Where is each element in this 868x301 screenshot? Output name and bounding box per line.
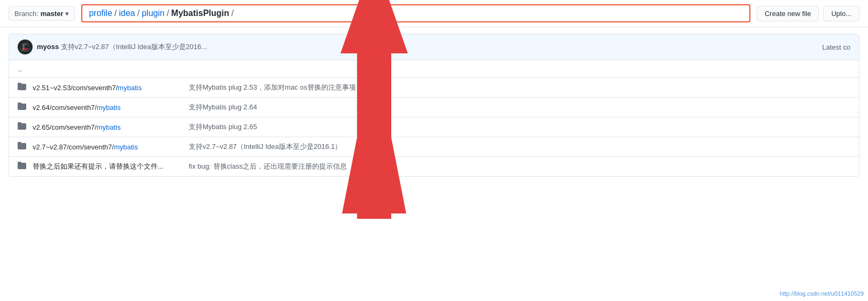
avatar-icon: 🎩 — [20, 42, 30, 52]
folder-icon — [18, 161, 26, 172]
branch-label: Branch: — [14, 10, 38, 18]
breadcrumb-sep-3: / — [167, 9, 169, 18]
breadcrumb-idea[interactable]: idea — [119, 9, 135, 18]
breadcrumb-profile[interactable]: profile — [89, 9, 112, 18]
breadcrumb-sep-1: / — [114, 9, 117, 18]
parent-directory-row[interactable]: .. — [9, 60, 859, 78]
file-commit-message: 支持Mybatis plug 2.53，添加对mac os替换的注意事项 — [189, 83, 850, 92]
avatar: 🎩 — [18, 39, 33, 54]
commit-info: myoss 支持v2.7~v2.87（IntelliJ Idea版本至少是201… — [37, 42, 818, 52]
file-name: v2.65/com/seventh7/mybatis — [33, 123, 182, 131]
breadcrumb: profile / idea / plugin / MybatisPlugin … — [81, 4, 750, 22]
breadcrumb-plugin[interactable]: plugin — [142, 9, 165, 18]
actions: Create new file Uplo... — [757, 6, 859, 21]
commit-header: 🎩 myoss 支持v2.7~v2.87（IntelliJ Idea版本至少是2… — [9, 34, 859, 60]
file-name: 替换之后如果还有提示，请替换这个文件... — [33, 162, 182, 171]
breadcrumb-current: MybatisPlugin — [171, 9, 229, 18]
breadcrumb-sep-2: / — [137, 9, 140, 18]
file-commit-message: 支持Mybatis plug 2.64 — [189, 102, 850, 112]
table-row: v2.7~v2.87/com/seventh7/mybatis支持v2.7~v2… — [9, 137, 859, 157]
folder-icon — [18, 141, 26, 152]
file-link[interactable]: mybatis — [97, 123, 121, 131]
file-rows-container: v2.51~v2.53/com/seventh7/mybatis支持Mybati… — [9, 78, 859, 176]
create-new-file-button[interactable]: Create new file — [757, 6, 819, 21]
folder-icon — [18, 102, 26, 113]
file-name: v2.7~v2.87/com/seventh7/mybatis — [33, 143, 182, 151]
file-name-text: v2.51~v2.53/com/seventh7/ — [33, 84, 118, 92]
file-link[interactable]: mybatis — [114, 143, 138, 151]
file-name-text: v2.64/com/seventh7/ — [33, 104, 97, 112]
table-row: v2.51~v2.53/com/seventh7/mybatis支持Mybati… — [9, 78, 859, 98]
parent-directory-dots: .. — [18, 65, 22, 73]
file-commit-message: 支持Mybatis plug 2.65 — [189, 122, 850, 132]
breadcrumb-sep-4: / — [231, 9, 234, 18]
table-row: v2.64/com/seventh7/mybatis支持Mybatis plug… — [9, 98, 859, 117]
table-row: v2.65/com/seventh7/mybatis支持Mybatis plug… — [9, 117, 859, 137]
file-name-text: v2.7~v2.87/com/seventh7/ — [33, 143, 114, 151]
page-wrapper: Branch: master ▾ profile / idea / plugin… — [0, 0, 868, 301]
file-name: v2.64/com/seventh7/mybatis — [33, 104, 182, 112]
commit-message: 支持v2.7~v2.87（IntelliJ Idea版本至少是2016... — [61, 43, 207, 51]
top-bar: Branch: master ▾ profile / idea / plugin… — [0, 0, 868, 27]
folder-icon — [18, 82, 26, 93]
branch-selector[interactable]: Branch: master ▾ — [9, 6, 75, 21]
file-name-text: 替换之后如果还有提示，请替换这个文件... — [33, 162, 164, 170]
file-list: 🎩 myoss 支持v2.7~v2.87（IntelliJ Idea版本至少是2… — [9, 34, 859, 177]
chevron-down-icon: ▾ — [65, 10, 69, 18]
file-link[interactable]: mybatis — [118, 84, 142, 92]
file-name-text: v2.65/com/seventh7/ — [33, 123, 97, 131]
commit-latest: Latest co — [822, 43, 850, 51]
file-name: v2.51~v2.53/com/seventh7/mybatis — [33, 84, 182, 92]
file-commit-message: 支持v2.7~v2.87（IntelliJ Idea版本至少是2016.1） — [189, 142, 850, 152]
commit-author[interactable]: myoss — [37, 43, 59, 51]
folder-icon — [18, 122, 26, 132]
branch-name: master — [41, 10, 64, 18]
watermark: http://blog.csdn.net/u011410529 — [780, 290, 864, 297]
file-commit-message: fix bug: 替换class之后，还出现需要注册的提示信息 — [189, 162, 850, 171]
file-link[interactable]: mybatis — [97, 104, 121, 112]
upload-button[interactable]: Uplo... — [823, 6, 859, 21]
table-row: 替换之后如果还有提示，请替换这个文件...fix bug: 替换class之后，… — [9, 157, 859, 176]
